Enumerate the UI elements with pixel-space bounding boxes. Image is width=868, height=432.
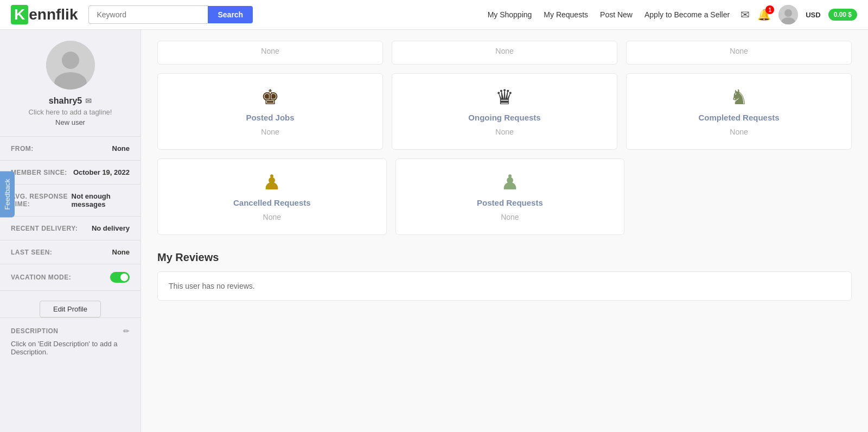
completed-gigs-value: None [730, 47, 748, 55]
stat-card-ongoing-requests: ♛ Ongoing Requests None [392, 73, 617, 150]
nav-my-shopping[interactable]: My Shopping [488, 10, 532, 19]
reviews-section: My Reviews This user has no reviews. [157, 251, 852, 301]
completed-requests-icon: ♞ [730, 87, 748, 107]
info-vacation-mode: VACATION MODE: [0, 264, 141, 291]
nav-my-requests[interactable]: My Requests [544, 10, 588, 19]
description-header: DESCRIPTION ✏ [11, 327, 130, 335]
stat-card-posted-gigs: None [157, 41, 383, 65]
stat-card-completed-requests: ♞ Completed Requests None [626, 73, 852, 150]
posted-requests-value: None [501, 213, 519, 221]
last-seen-value: None [112, 248, 130, 256]
main-nav: My Shopping My Requests Post New Apply t… [488, 10, 730, 19]
nav-post-new[interactable]: Post New [600, 10, 633, 19]
description-edit-icon[interactable]: ✏ [123, 327, 130, 335]
logo-text: ennflik [29, 6, 78, 23]
completed-requests-title: Completed Requests [698, 113, 779, 122]
description-section: DESCRIPTION ✏ Click on 'Edit Description… [0, 317, 141, 365]
posted-gigs-value: None [261, 47, 279, 55]
info-recent-delivery: RECENT DELIVERY: No delivery [0, 217, 141, 240]
right-content: None None None ♚ Posted Jobs None ♛ Ongo… [141, 30, 868, 432]
profile-avatar [46, 41, 95, 90]
info-from: FROM: None [0, 137, 141, 161]
header-icons: ✉ 🔔 1 USD 0.00 $ [741, 5, 857, 24]
profile-tagline[interactable]: Click here to add a tagline! [29, 108, 112, 116]
search-input[interactable] [88, 5, 208, 24]
reviews-empty-text: This user has no reviews. [169, 282, 255, 290]
vacation-mode-toggle[interactable] [110, 272, 130, 283]
profile-panel: shahry5 ✉ Click here to add a tagline! N… [0, 30, 141, 432]
svg-point-1 [784, 9, 792, 17]
avatar-svg [778, 5, 798, 24]
profile-info: FROM: None MEMBER SINCE: October 19, 202… [0, 136, 141, 291]
profile-avatar-svg [46, 41, 95, 90]
username-row: shahry5 ✉ [49, 96, 92, 106]
notification-bell[interactable]: 🔔 1 [757, 8, 771, 21]
completed-requests-value: None [730, 128, 748, 136]
recent-delivery-value: No delivery [92, 224, 130, 232]
mail-icon[interactable]: ✉ [741, 8, 750, 21]
from-label: FROM: [11, 145, 34, 153]
stat-card-posted-jobs: ♚ Posted Jobs None [157, 73, 383, 150]
posted-jobs-icon: ♚ [261, 87, 279, 107]
from-value: None [112, 144, 130, 153]
vacation-mode-label: VACATION MODE: [11, 274, 71, 281]
usd-label: USD [806, 11, 820, 19]
avatar[interactable] [778, 5, 798, 24]
username-mail-icon[interactable]: ✉ [85, 97, 92, 105]
ongoing-requests-title: Ongoing Requests [468, 113, 540, 122]
search-button[interactable]: Search [208, 6, 253, 23]
last-seen-label: LAST SEEN: [11, 249, 52, 256]
header: Kennflik Search My Shopping My Requests … [0, 0, 868, 30]
stats-main-row: ♚ Posted Jobs None ♛ Ongoing Requests No… [157, 73, 852, 150]
ongoing-gigs-value: None [495, 47, 513, 55]
nav-apply-seller[interactable]: Apply to Become a Seller [644, 10, 730, 19]
member-since-value: October 19, 2022 [73, 168, 130, 176]
cancelled-requests-value: None [263, 213, 281, 221]
notification-badge: 1 [765, 5, 774, 14]
logo-k: K [11, 5, 28, 24]
edit-profile-button[interactable]: Edit Profile [40, 301, 101, 317]
stat-card-ongoing-gigs: None [392, 41, 617, 65]
posted-requests-icon: ♟ [501, 172, 519, 193]
username: shahry5 [49, 96, 82, 106]
currency-badge[interactable]: 0.00 $ [828, 9, 857, 21]
posted-jobs-title: Posted Jobs [246, 113, 294, 122]
recent-delivery-label: RECENT DELIVERY: [11, 225, 78, 232]
svg-point-4 [62, 52, 79, 69]
description-label: DESCRIPTION [11, 327, 59, 335]
posted-jobs-value: None [261, 128, 279, 136]
cancelled-requests-title: Cancelled Requests [233, 198, 311, 207]
search-area: Search [88, 5, 253, 24]
posted-requests-title: Posted Requests [477, 198, 543, 207]
reviews-box: This user has no reviews. [157, 271, 852, 301]
info-last-seen: LAST SEEN: None [0, 240, 141, 264]
stat-card-posted-requests: ♟ Posted Requests None [395, 158, 625, 235]
feedback-tab[interactable]: Feedback [0, 171, 15, 218]
member-since-label: MEMBER SINCE: [11, 169, 67, 176]
description-text: Click on 'Edit Description' to add a Des… [11, 340, 130, 356]
stats-second-row: ♟ Cancelled Requests None ♟ Posted Reque… [157, 158, 624, 235]
ongoing-requests-value: None [495, 128, 513, 136]
info-avg-response: AVG. RESPONSE TIME: Not enough messages [0, 185, 141, 217]
stat-card-cancelled-requests: ♟ Cancelled Requests None [157, 158, 387, 235]
cancelled-requests-icon: ♟ [263, 172, 281, 193]
main-content: shahry5 ✉ Click here to add a tagline! N… [0, 30, 868, 432]
user-status: New user [55, 118, 85, 126]
logo[interactable]: Kennflik [11, 5, 78, 24]
avg-response-value: Not enough messages [72, 192, 130, 208]
stat-card-completed-gigs: None [626, 41, 852, 65]
avg-response-label: AVG. RESPONSE TIME: [11, 193, 72, 208]
reviews-title: My Reviews [157, 251, 852, 264]
info-member-since: MEMBER SINCE: October 19, 2022 [0, 161, 141, 185]
ongoing-requests-icon: ♛ [495, 87, 514, 107]
stats-top-row: None None None [157, 41, 852, 65]
